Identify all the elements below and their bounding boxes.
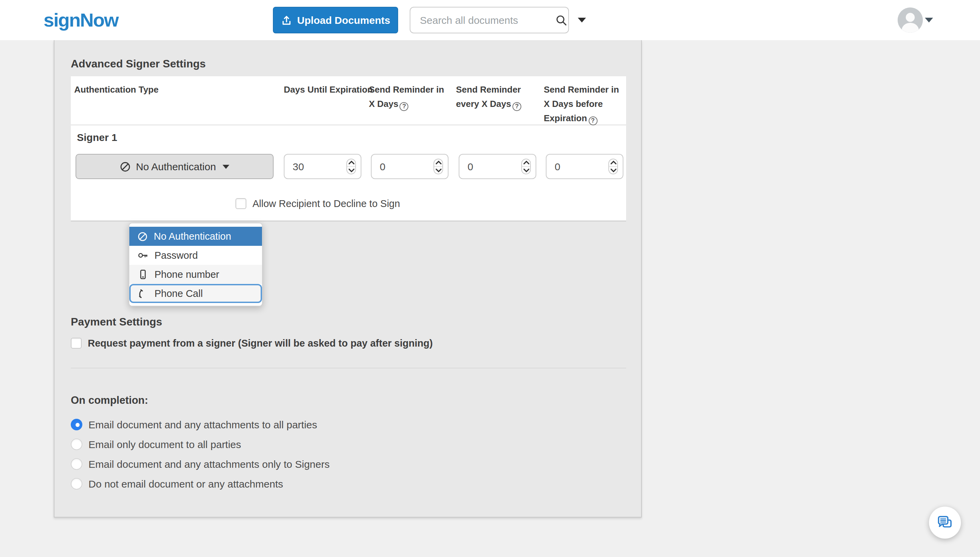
request-payment-label[interactable]: Request payment from a signer (Signer wi… (88, 338, 433, 349)
panel-title: Advanced Signer Settings (71, 58, 206, 70)
chat-icon (936, 514, 954, 531)
menu-item-phone-call[interactable]: Phone Call (129, 284, 262, 303)
payment-settings-title: Payment Settings (71, 316, 162, 328)
no-auth-icon (138, 231, 148, 241)
upload-documents-button[interactable]: Upload Documents (273, 7, 398, 33)
col-header-send-reminder-every-x-days: Send Reminder every X Days? (456, 82, 543, 111)
search-filter-caret-icon[interactable] (578, 18, 586, 23)
menu-item-no-authentication[interactable]: No Authentication (129, 227, 262, 246)
on-completion-title: On completion: (71, 394, 148, 407)
authentication-type-dropdown-button[interactable]: No Authentication (76, 154, 274, 179)
completion-option-signers-only[interactable]: Email document and any attachments only … (71, 457, 330, 471)
page: signNow Upload Documents (0, 0, 980, 557)
signer-settings-table: Authentication Type Days Until Expiratio… (71, 76, 626, 221)
menu-item-password[interactable]: Password (129, 246, 262, 265)
col-header-send-reminder-before-expiration: Send Reminder in X Days before Expiratio… (544, 82, 623, 125)
account-menu-caret-icon[interactable] (925, 18, 933, 23)
decline-to-sign-label[interactable]: Allow Recipient to Decline to Sign (253, 198, 400, 209)
request-payment-checkbox[interactable] (71, 338, 82, 349)
top-bar: signNow Upload Documents (0, 0, 980, 40)
decline-to-sign-checkbox[interactable] (235, 198, 247, 209)
avatar[interactable] (898, 8, 923, 33)
key-icon (138, 250, 148, 261)
authentication-type-menu: No Authentication Password Phone number (129, 223, 263, 306)
search-icon[interactable] (555, 14, 568, 26)
col-header-days-until-expiration: Days Until Expiration (284, 82, 379, 97)
menu-item-phone-number[interactable]: Phone number (129, 265, 262, 284)
col-header-send-reminder-in-x-days: Send Reminder in X Days? (369, 82, 445, 111)
send-reminder-in-x-days-field (371, 154, 448, 179)
signer-1-label: Signer 1 (77, 132, 117, 143)
chat-support-button[interactable] (929, 507, 961, 539)
completion-option-no-email[interactable]: Do not email document or any attachments (71, 477, 283, 490)
upload-icon (281, 15, 292, 26)
chevron-down-icon (223, 164, 230, 169)
number-stepper[interactable] (433, 159, 443, 174)
send-reminder-every-x-days-field (459, 154, 536, 179)
signnow-logo[interactable]: signNow (44, 10, 118, 31)
send-reminder-before-expiration-field (546, 154, 623, 179)
number-stepper[interactable] (346, 159, 356, 174)
mobile-icon (138, 269, 148, 280)
help-icon[interactable]: ? (513, 102, 521, 111)
phone-icon (138, 288, 148, 299)
search-input[interactable] (410, 14, 555, 26)
help-icon[interactable]: ? (400, 102, 409, 111)
radio[interactable] (71, 458, 82, 469)
completion-option-all-parties-attachments[interactable]: Email document and any attachments to al… (71, 417, 317, 431)
help-icon[interactable]: ? (588, 116, 597, 125)
decline-to-sign-row: Allow Recipient to Decline to Sign (71, 196, 626, 212)
auth-dropdown-label: No Authentication (136, 161, 216, 172)
number-stepper[interactable] (608, 159, 618, 174)
completion-option-document-only[interactable]: Email only document to all parties (71, 437, 241, 451)
radio-selected[interactable] (71, 419, 82, 430)
section-divider (71, 368, 626, 368)
days-until-expiration-field (284, 154, 361, 179)
advanced-settings-panel: Advanced Signer Settings Authentication … (54, 40, 642, 518)
col-header-authentication-type: Authentication Type (74, 82, 210, 97)
radio[interactable] (71, 438, 82, 450)
no-auth-icon (119, 161, 130, 172)
radio[interactable] (71, 478, 82, 489)
upload-button-label: Upload Documents (297, 14, 390, 26)
request-payment-row: Request payment from a signer (Signer wi… (71, 338, 433, 349)
number-stepper[interactable] (521, 159, 531, 174)
table-header-row: Authentication Type Days Until Expiratio… (71, 76, 626, 125)
search-box (410, 7, 569, 33)
